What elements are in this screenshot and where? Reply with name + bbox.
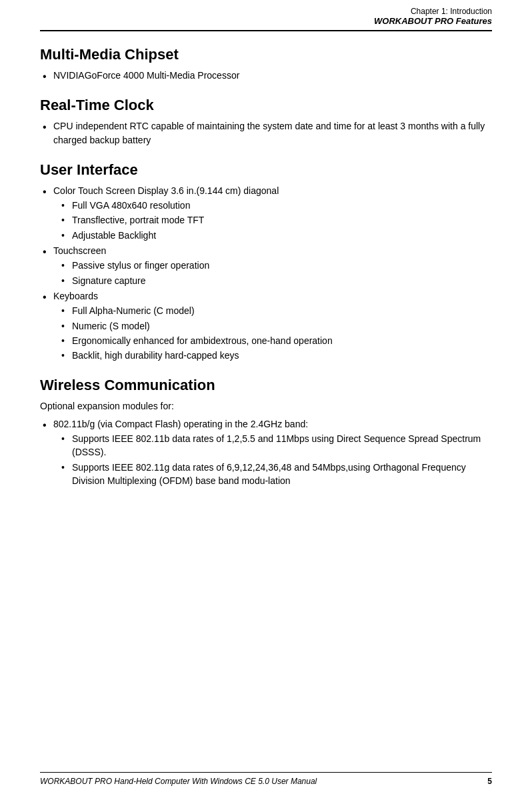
header-title: WORKABOUT PRO Features (374, 16, 492, 26)
list-item: Adjustable Backlight (72, 229, 492, 242)
sublist-display: Full VGA 480x640 resolution Transflectiv… (53, 199, 492, 242)
list-item: Touchscreen Passive stylus or finger ope… (53, 244, 492, 287)
page-header: Chapter 1: Introduction WORKABOUT PRO Fe… (40, 0, 492, 31)
list-item: Supports IEEE 802.11b data rates of 1,2,… (72, 432, 492, 459)
list-item: NVIDIAGoForce 4000 Multi-Media Processor (53, 69, 492, 82)
optional-text: Optional expansion modules for: (40, 399, 492, 413)
sublist-wifi: Supports IEEE 802.11b data rates of 1,2,… (53, 432, 492, 487)
sublist-keyboards: Full Alpha-Numeric (C model) Numeric (S … (53, 304, 492, 362)
list-rtc: CPU independent RTC capable of maintaini… (40, 119, 492, 147)
page-footer: WORKABOUT PRO Hand-Held Computer With Wi… (40, 772, 492, 786)
list-item: Numeric (S model) (72, 319, 492, 333)
section-heading-wireless: Wireless Communication (40, 377, 492, 394)
list-multimedia: NVIDIAGoForce 4000 Multi-Media Processor (40, 69, 492, 82)
section-heading-user-interface: User Interface (40, 161, 492, 179)
header-chapter: Chapter 1: Introduction (374, 7, 492, 16)
sublist-touchscreen: Passive stylus or finger operation Signa… (53, 259, 492, 287)
footer-page: 5 (487, 777, 492, 786)
section-rtc: Real-Time Clock CPU independent RTC capa… (40, 97, 492, 147)
page-container: Chapter 1: Introduction WORKABOUT PRO Fe… (0, 0, 532, 798)
section-heading-rtc: Real-Time Clock (40, 97, 492, 114)
list-item: Keyboards Full Alpha-Numeric (C model) N… (53, 289, 492, 362)
list-item: Transflective, portrait mode TFT (72, 213, 492, 227)
list-item: Ergonomically enhanced for ambidextrous,… (72, 334, 492, 347)
section-multimedia: Multi-Media Chipset NVIDIAGoForce 4000 M… (40, 46, 492, 82)
list-item: Backlit, high durability hard-capped key… (72, 349, 492, 362)
section-heading-multimedia: Multi-Media Chipset (40, 46, 492, 63)
list-item: CPU independent RTC capable of maintaini… (53, 119, 492, 147)
list-item: Full VGA 480x640 resolution (72, 199, 492, 212)
list-item: Full Alpha-Numeric (C model) (72, 304, 492, 317)
list-item: Signature capture (72, 274, 492, 287)
header-right: Chapter 1: Introduction WORKABOUT PRO Fe… (374, 7, 492, 26)
list-item: Color Touch Screen Display 3.6 in.(9.144… (53, 184, 492, 242)
content-area: Multi-Media Chipset NVIDIAGoForce 4000 M… (40, 46, 492, 487)
list-user-interface: Color Touch Screen Display 3.6 in.(9.144… (40, 184, 492, 363)
list-item: 802.11b/g (via Compact Flash) operating … (53, 417, 492, 487)
section-wireless: Wireless Communication Optional expansio… (40, 377, 492, 487)
list-item: Supports IEEE 802.11g data rates of 6,9,… (72, 461, 492, 488)
section-user-interface: User Interface Color Touch Screen Displa… (40, 161, 492, 363)
list-item: Passive stylus or finger operation (72, 259, 492, 272)
footer-title: WORKABOUT PRO Hand-Held Computer With Wi… (40, 777, 317, 786)
list-wireless: 802.11b/g (via Compact Flash) operating … (40, 417, 492, 487)
